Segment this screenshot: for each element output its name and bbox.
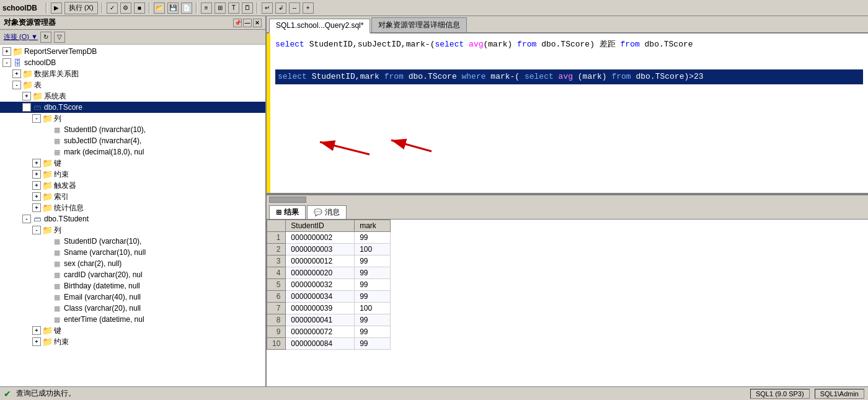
- cell-mark: 99: [355, 291, 391, 303]
- tree-item[interactable]: +📁索引: [0, 191, 265, 202]
- sep2: [102, 2, 103, 14]
- tree-expand-btn[interactable]: +: [32, 203, 41, 212]
- table-row: 5 0000000032 99: [267, 279, 391, 291]
- tree-item-label: 表: [34, 80, 42, 91]
- tree-expand-btn[interactable]: -: [2, 58, 11, 67]
- uncomment-icon[interactable]: +: [303, 2, 314, 14]
- results-table-wrapper[interactable]: StudentID mark 1 0000000002 99 2 0000000…: [267, 220, 868, 386]
- save-icon[interactable]: 💾: [167, 2, 179, 14]
- indent-icon[interactable]: ↵: [262, 2, 273, 14]
- tree-item[interactable]: ▦subJectID (nvarchar(4),: [0, 135, 265, 146]
- open-icon[interactable]: 📂: [154, 2, 165, 14]
- tree-expand-btn[interactable]: -: [22, 103, 31, 112]
- cell-studentid: 0000000020: [286, 267, 355, 279]
- results-icon[interactable]: ≡: [201, 2, 212, 14]
- grid-icon[interactable]: ⊞: [215, 2, 226, 14]
- tree-item-label: Birthday (datetime, null: [64, 282, 140, 290]
- editor-hscrollbar[interactable]: [267, 195, 868, 203]
- tree-item[interactable]: -📁表: [0, 79, 265, 91]
- tree-item[interactable]: +📁ReportServerTempDB: [0, 46, 265, 57]
- tree-item-label: subJectID (nvarchar(4),: [64, 136, 141, 145]
- tree-item[interactable]: +📁键: [0, 158, 265, 169]
- connect-button[interactable]: 连接 (O) ▼: [4, 32, 38, 42]
- tree-expand-btn[interactable]: +: [32, 181, 41, 190]
- table-row: 2 0000000003 100: [267, 244, 391, 256]
- outdent-icon[interactable]: ↲: [275, 2, 286, 14]
- cell-studentid: 0000000003: [286, 244, 355, 256]
- tree-item[interactable]: +📁数据库关系图: [0, 68, 265, 79]
- tree-item[interactable]: ▦StudentID (nvarchar(10),: [0, 124, 265, 135]
- hscroll-thumb[interactable]: [269, 197, 306, 203]
- object-tree[interactable]: +📁ReportServerTempDB-🗄schoolDB+📁数据库关系图-📁…: [0, 45, 265, 386]
- execute-button[interactable]: 执行 (X): [64, 2, 98, 14]
- filter-icon[interactable]: ▽: [54, 32, 65, 43]
- tree-expand-btn[interactable]: +: [32, 159, 41, 167]
- tree-expand-btn[interactable]: -: [12, 81, 21, 89]
- panel-controls: 📌 — ✕: [233, 19, 262, 27]
- tree-expand-btn[interactable]: +: [32, 192, 41, 201]
- tree-item[interactable]: ▦Class (varchar(20), null: [0, 303, 265, 314]
- tree-item[interactable]: +📁触发器: [0, 180, 265, 191]
- tree-expand-btn[interactable]: -: [32, 114, 41, 123]
- refresh-icon[interactable]: ↻: [40, 32, 51, 43]
- tree-expand-btn[interactable]: +: [32, 337, 41, 346]
- tree-item[interactable]: -🗄schoolDB: [0, 57, 265, 68]
- execute-icon[interactable]: ▶: [51, 2, 62, 14]
- svg-line-2: [320, 142, 370, 154]
- results-panel: ⊞ 结果 💬 消息 StudentID mark: [267, 203, 868, 386]
- tree-item[interactable]: +📁统计信息: [0, 202, 265, 213]
- tree-item-label: ReportServerTempDB: [24, 47, 97, 56]
- tree-item[interactable]: ▦StudentID (varchar(10),: [0, 236, 265, 247]
- tab-objinfo[interactable]: 对象资源管理器详细信息: [371, 17, 467, 32]
- tree-expand-btn[interactable]: +: [2, 47, 11, 56]
- tree-expand-btn[interactable]: -: [32, 226, 41, 234]
- tree-item[interactable]: +📁约束: [0, 336, 265, 347]
- panel-close-button[interactable]: ✕: [253, 19, 262, 27]
- cell-studentid: 0000000002: [286, 232, 355, 244]
- tree-item[interactable]: -📁列: [0, 224, 265, 236]
- file-icon[interactable]: 🗒: [242, 2, 253, 14]
- table-row: 6 0000000034 99: [267, 291, 391, 303]
- sql-content-area[interactable]: select StudentID,subJectID,mark-(select …: [270, 33, 868, 89]
- tree-item[interactable]: ▦cardID (varchar(20), nul: [0, 269, 265, 280]
- tree-item[interactable]: ▦Birthday (datetime, null: [0, 280, 265, 291]
- tree-item-label: dbo.TScore: [44, 103, 82, 112]
- tree-item[interactable]: ▦enterTime (datetime, nul: [0, 314, 265, 325]
- cell-rownum: 6: [267, 291, 286, 303]
- tree-item[interactable]: -🗃dbo.TScore: [0, 102, 265, 113]
- status-user: SQL1\Admin: [815, 389, 864, 399]
- tree-item[interactable]: ▦Sname (varchar(10), null: [0, 247, 265, 258]
- tree-expand-btn[interactable]: +: [32, 170, 41, 179]
- svg-line-3: [391, 140, 432, 151]
- tree-expand-btn[interactable]: +: [12, 69, 21, 78]
- cell-mark: 99: [355, 279, 391, 291]
- debug-icon[interactable]: ⚙: [120, 2, 131, 14]
- text-icon[interactable]: T: [228, 2, 239, 14]
- tree-item[interactable]: +📁约束: [0, 169, 265, 180]
- tree-item-label: 列: [54, 113, 61, 124]
- tree-item-label: 统计信息: [54, 203, 84, 213]
- results-tab-messages[interactable]: 💬 消息: [307, 205, 347, 219]
- tree-expand-btn[interactable]: +: [32, 326, 41, 335]
- cell-rownum: 9: [267, 326, 286, 338]
- panel-minimize-button[interactable]: —: [243, 19, 252, 27]
- stop-icon[interactable]: ■: [134, 2, 145, 14]
- tree-item[interactable]: ▦Email (varchar(40), null: [0, 291, 265, 303]
- tree-item[interactable]: +📁键: [0, 325, 265, 336]
- tree-expand-btn[interactable]: -: [22, 215, 31, 223]
- tab-query[interactable]: SQL1.school...Query2.sql*: [269, 19, 370, 33]
- results-tab-grid[interactable]: ⊞ 结果: [269, 205, 306, 219]
- status-server: SQL1 (9.0 SP3): [750, 389, 810, 399]
- tree-item[interactable]: ▦mark (decimal(18,0), nul: [0, 146, 265, 158]
- tree-item[interactable]: ▦sex (char(2), null): [0, 258, 265, 269]
- panel-pin-button[interactable]: 📌: [233, 19, 242, 27]
- comment-icon[interactable]: --: [289, 2, 300, 14]
- sql-editor[interactable]: select StudentID,subJectID,mark-(select …: [267, 33, 868, 195]
- tree-item[interactable]: -🗃dbo.TStudent: [0, 213, 265, 224]
- new-query-icon[interactable]: 📄: [181, 2, 192, 14]
- tree-item[interactable]: +📁系统表: [0, 91, 265, 102]
- tree-item[interactable]: -📁列: [0, 113, 265, 124]
- parse-icon[interactable]: ✓: [107, 2, 118, 14]
- tree-expand-btn[interactable]: +: [22, 92, 31, 100]
- status-bar: ✔ 查询已成功执行。 SQL1 (9.0 SP3) SQL1\Admin: [0, 386, 868, 400]
